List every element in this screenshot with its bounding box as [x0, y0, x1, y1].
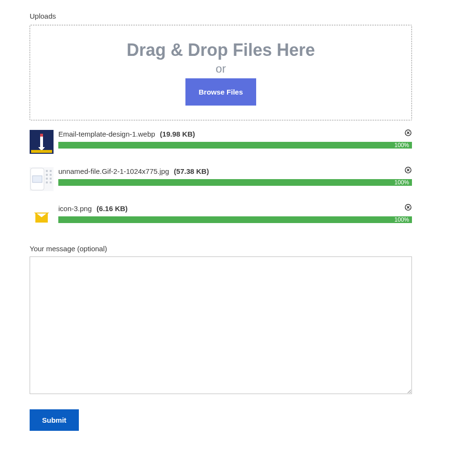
file-size: 19.98 KB: [160, 130, 195, 138]
file-name: Email-template-design-1.webp: [58, 130, 155, 138]
file-thumbnail: [30, 130, 54, 154]
upload-list: Email-template-design-1.webp 19.98 KB 10…: [30, 130, 412, 228]
svg-rect-14: [50, 174, 52, 176]
svg-rect-16: [50, 178, 52, 180]
file-thumbnail: [30, 204, 54, 228]
message-label: Your message (optional): [30, 245, 446, 253]
browse-files-button[interactable]: Browse Files: [185, 78, 257, 106]
upload-item: Email-template-design-1.webp 19.98 KB 10…: [30, 130, 412, 154]
submit-button[interactable]: Submit: [30, 409, 79, 431]
progress-percent: 100%: [394, 142, 409, 149]
remove-file-button[interactable]: [404, 129, 412, 137]
progress-percent: 100%: [394, 179, 409, 186]
upload-item: unnamed-file.Gif-2-1-1024x775.jpg 57.38 …: [30, 167, 412, 191]
uploads-label: Uploads: [30, 12, 446, 20]
file-thumbnail: [30, 167, 54, 191]
close-circle-icon: [405, 129, 411, 136]
file-size: 57.38 KB: [174, 167, 209, 175]
svg-rect-12: [50, 170, 52, 172]
svg-rect-17: [46, 181, 48, 183]
svg-rect-11: [46, 170, 48, 172]
close-circle-icon: [405, 204, 411, 211]
dropzone-or: or: [216, 62, 226, 75]
remove-file-button[interactable]: [404, 203, 412, 211]
svg-rect-13: [46, 174, 48, 176]
remove-file-button[interactable]: [404, 166, 412, 174]
upload-progress-bar: 100%: [58, 179, 412, 186]
svg-rect-4: [31, 150, 52, 153]
svg-rect-18: [50, 181, 52, 183]
upload-progress-bar: 100%: [58, 142, 412, 149]
message-textarea[interactable]: [30, 256, 412, 394]
progress-percent: 100%: [394, 216, 409, 223]
file-size: 6.16 KB: [97, 204, 128, 213]
file-name: icon-3.png: [58, 204, 92, 213]
dropzone[interactable]: Drag & Drop Files Here or Browse Files: [30, 25, 412, 120]
file-name: unnamed-file.Gif-2-1-1024x775.jpg: [58, 167, 169, 175]
svg-rect-10: [32, 176, 42, 182]
upload-progress-bar: 100%: [58, 216, 412, 223]
close-circle-icon: [405, 167, 411, 173]
svg-rect-15: [46, 178, 48, 180]
svg-rect-2: [40, 134, 43, 137]
dropzone-title: Drag & Drop Files Here: [127, 40, 315, 60]
upload-item: icon-3.png 6.16 KB 100%: [30, 204, 412, 228]
